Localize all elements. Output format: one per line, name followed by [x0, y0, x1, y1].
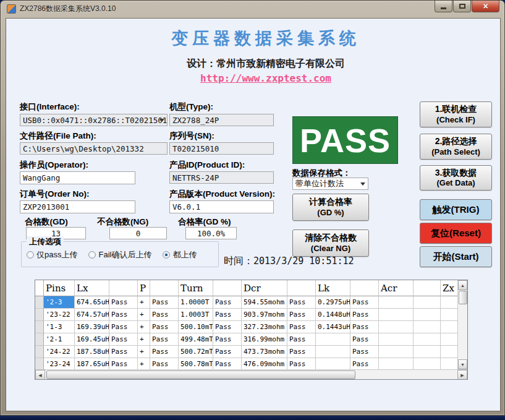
- table-cell[interactable]: [379, 296, 414, 309]
- radio-upload-all[interactable]: 都上传: [163, 249, 197, 260]
- vertical-scroll-thumb[interactable]: [459, 291, 467, 304]
- table-header-cell[interactable]: Turn: [179, 280, 213, 296]
- sn-field[interactable]: T020215010: [169, 142, 274, 155]
- table-cell[interactable]: [441, 321, 457, 333]
- table-cell[interactable]: +: [138, 358, 150, 369]
- table-cell[interactable]: [35, 333, 44, 346]
- table-cell[interactable]: 316.99mohm: [242, 333, 287, 346]
- table-cell[interactable]: Pass: [213, 309, 242, 321]
- table-cell[interactable]: 187.65uH: [75, 358, 109, 369]
- table-cell[interactable]: [414, 296, 441, 309]
- table-cell[interactable]: [379, 333, 414, 346]
- table-cell[interactable]: [441, 346, 457, 358]
- table-cell[interactable]: 594.55mohm: [242, 296, 287, 309]
- table-cell[interactable]: '23-22: [44, 309, 75, 321]
- table-header-cell[interactable]: Zx: [441, 280, 457, 296]
- radio-pass-only[interactable]: 仅pass上传: [27, 249, 77, 260]
- table-cell[interactable]: [414, 321, 441, 333]
- table-cell[interactable]: Pass: [350, 296, 379, 309]
- table-cell[interactable]: Pass: [287, 321, 316, 333]
- table-header-cell[interactable]: [287, 280, 316, 296]
- scroll-up-icon[interactable]: ▲: [458, 280, 467, 290]
- table-cell[interactable]: 327.23mohm: [242, 321, 287, 333]
- table-cell[interactable]: [379, 309, 414, 321]
- table-cell[interactable]: 499.48mT: [179, 333, 213, 346]
- table-cell[interactable]: 0.2975uH: [316, 296, 350, 309]
- gd-rate-field[interactable]: 100.0%: [185, 227, 237, 239]
- table-cell[interactable]: Pass: [150, 358, 179, 369]
- table-cell[interactable]: Pass: [213, 333, 242, 346]
- table-cell[interactable]: 674.57uH: [75, 309, 109, 321]
- table-cell[interactable]: Pass: [150, 296, 179, 309]
- table-cell[interactable]: Pass: [287, 346, 316, 358]
- horizontal-scroll-thumb[interactable]: [46, 371, 355, 379]
- table-cell[interactable]: Pass: [287, 309, 316, 321]
- table-header-cell[interactable]: Lk: [316, 280, 350, 296]
- table-cell[interactable]: 0.1448uH: [316, 309, 350, 321]
- table-cell[interactable]: [316, 346, 350, 358]
- table-cell[interactable]: '23-24: [44, 358, 75, 369]
- table-cell[interactable]: [379, 321, 414, 333]
- calc-rate-button[interactable]: 计算合格率 (GD %): [292, 194, 369, 221]
- table-cell[interactable]: 500.72mT: [179, 346, 213, 358]
- table-header-cell[interactable]: P: [138, 280, 150, 296]
- table-cell[interactable]: Pass: [150, 321, 179, 333]
- table-cell[interactable]: Pass: [109, 346, 138, 358]
- ng-count-field[interactable]: 0: [109, 227, 167, 239]
- file-path-field[interactable]: C:\Users\wg\Desktop\201332: [20, 142, 168, 155]
- table-cell[interactable]: Pass: [350, 309, 379, 321]
- trig-button[interactable]: 触发(TRIG): [420, 199, 492, 220]
- table-header-cell[interactable]: Acr: [379, 280, 414, 296]
- interface-combo[interactable]: USB0::0x0471::0x2786::T020215010::: [20, 114, 168, 126]
- order-no-field[interactable]: ZXP2013001: [20, 200, 135, 213]
- table-header-cell[interactable]: [350, 280, 379, 296]
- table-cell[interactable]: Pass: [213, 321, 242, 333]
- product-id-field[interactable]: NETTRS-24P: [169, 171, 274, 184]
- table-cell[interactable]: [35, 346, 44, 358]
- path-select-button[interactable]: 2.路径选择 (Path Select): [420, 134, 492, 160]
- table-cell[interactable]: [379, 346, 414, 358]
- table-cell[interactable]: 500.78mT: [179, 358, 213, 369]
- table-cell[interactable]: '2-3: [44, 296, 75, 309]
- table-cell[interactable]: Pass: [350, 333, 379, 346]
- table-cell[interactable]: 473.73mohm: [242, 346, 287, 358]
- table-header-cell[interactable]: Pins: [44, 280, 75, 296]
- get-data-button[interactable]: 3.获取数据 (Get Data): [420, 165, 492, 191]
- table-cell[interactable]: +: [138, 309, 150, 321]
- table-cell[interactable]: [441, 296, 457, 309]
- table-cell[interactable]: Pass: [109, 321, 138, 333]
- horizontal-scrollbar[interactable]: ◀ ▶: [35, 369, 467, 379]
- radio-fail-confirm[interactable]: Fail确认后上传: [88, 249, 151, 260]
- table-cell[interactable]: Pass: [109, 309, 138, 321]
- table-cell[interactable]: Pass: [287, 358, 316, 369]
- table-cell[interactable]: [441, 309, 457, 321]
- website-link[interactable]: http://www.zxptest.com: [200, 72, 331, 84]
- table-cell[interactable]: 903.97mohm: [242, 309, 287, 321]
- table-cell[interactable]: Pass: [350, 358, 379, 369]
- table-header-cell[interactable]: [150, 280, 179, 296]
- start-button[interactable]: 开始(Start): [420, 246, 492, 267]
- table-header-cell[interactable]: Lx: [75, 280, 109, 296]
- table-cell[interactable]: [35, 321, 44, 333]
- scroll-track[interactable]: [355, 370, 457, 379]
- scroll-right-icon[interactable]: ▶: [457, 370, 467, 380]
- table-cell[interactable]: [35, 309, 44, 321]
- table-header-cell[interactable]: [414, 280, 441, 296]
- vertical-scrollbar[interactable]: ▲ ▼: [457, 280, 467, 369]
- table-cell[interactable]: Pass: [350, 321, 379, 333]
- table-cell[interactable]: 187.58uH: [75, 346, 109, 358]
- table-cell[interactable]: [441, 358, 457, 369]
- maximize-button[interactable]: [453, 1, 471, 12]
- table-cell[interactable]: 0.1443uH: [316, 321, 350, 333]
- table-cell[interactable]: [414, 333, 441, 346]
- table-header-cell[interactable]: Dcr: [242, 280, 287, 296]
- table-cell[interactable]: Pass: [350, 346, 379, 358]
- table-header-cell[interactable]: [109, 280, 138, 296]
- table-cell[interactable]: [441, 333, 457, 346]
- scroll-down-icon[interactable]: ▼: [458, 359, 467, 369]
- table-cell[interactable]: 1.0003T: [179, 309, 213, 321]
- table-cell[interactable]: [35, 358, 44, 369]
- table-cell[interactable]: [414, 309, 441, 321]
- table-cell[interactable]: [316, 358, 350, 369]
- table-cell[interactable]: Pass: [287, 296, 316, 309]
